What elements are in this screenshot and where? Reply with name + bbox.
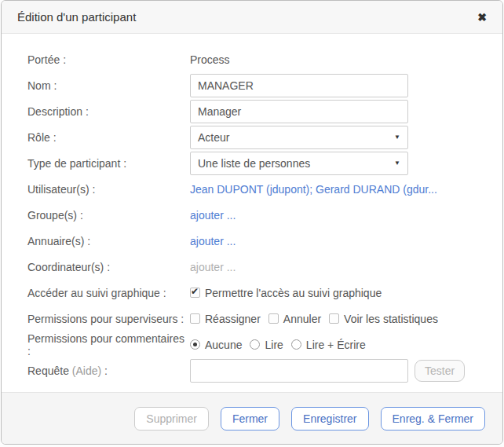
permissions-superviseurs-label: Permissions pour superviseurs : [27,313,190,325]
row-annuaires: Annuaire(s) : ajouter ... [27,228,487,254]
row-type-participant: Type de participant : Une liste de perso… [27,150,487,176]
enregistrer-button[interactable]: Enregistrer [291,407,368,431]
annuler-checkbox-label[interactable]: Annuler [283,313,321,325]
permissions-commentaires-label: Permissions pour commentaires : [27,332,190,357]
suivi-graphique-label: Accéder au suivi graphique : [27,287,190,299]
requete-aide-link[interactable]: (Aide) [72,365,101,377]
lire-radio[interactable] [250,339,260,350]
row-requete: Requête (Aide) : Tester [27,357,487,383]
portee-value: Process [190,53,230,66]
portee-label: Portée : [27,53,190,66]
close-icon[interactable]: ✖ [477,12,487,23]
row-coordinateurs: Coordinateur(s) : ajouter ... [27,254,487,280]
utilisateurs-link[interactable]: Jean DUPONT (jdupont); Gerard DURAND (gd… [190,183,437,196]
aucune-radio[interactable] [190,339,200,350]
lire-ecrire-radio[interactable] [291,339,301,350]
suivi-graphique-checkbox[interactable] [190,288,200,298]
row-utilisateurs: Utilisateur(s) : Jean DUPONT (jdupont); … [27,176,487,202]
reassigner-checkbox[interactable] [190,313,200,324]
role-selected-value: Acteur [198,131,394,144]
row-role: Rôle : Acteur ▼ [27,124,487,150]
groupes-label: Groupe(s) : [27,209,190,222]
dialog-header: Édition d'un participant ✖ [2,1,502,34]
row-permissions-superviseurs: Permissions pour superviseurs : Réassign… [27,306,487,332]
row-suivi-graphique: Accéder au suivi graphique : Permettre l… [27,280,487,306]
type-participant-selected-value: Une liste de personnes [198,157,394,170]
coordinateurs-label: Coordinateur(s) : [27,261,190,273]
row-nom: Nom : [27,72,487,98]
role-select[interactable]: Acteur ▼ [190,126,408,149]
coordinateurs-add-link-disabled: ajouter ... [190,261,236,273]
lire-radio-label[interactable]: Lire [265,339,283,351]
role-label: Rôle : [27,131,190,144]
row-groupes: Groupe(s) : ajouter ... [27,202,487,228]
aucune-radio-label[interactable]: Aucune [205,339,242,351]
suivi-graphique-checkbox-label[interactable]: Permettre l'accès au suivi graphique [205,287,382,299]
chevron-down-icon: ▼ [394,159,400,167]
row-description: Description : [27,98,487,124]
voir-statistiques-checkbox-label[interactable]: Voir les statistiques [344,313,438,325]
enreg-fermer-button[interactable]: Enreg. & Fermer [381,407,485,431]
utilisateurs-label: Utilisateur(s) : [27,183,190,196]
description-label: Description : [27,105,190,118]
fermer-button[interactable]: Fermer [221,407,279,431]
requete-label-main: Requête [27,365,72,377]
requete-label-suffix: : [101,365,108,377]
requete-label: Requête (Aide) : [27,365,190,377]
nom-input[interactable] [190,74,408,97]
annuaires-add-link[interactable]: ajouter ... [190,235,236,247]
voir-statistiques-checkbox[interactable] [329,313,339,324]
description-input[interactable] [190,100,408,123]
annuaires-label: Annuaire(s) : [27,235,190,247]
nom-label: Nom : [27,79,190,92]
dialog-title: Édition d'un participant [17,10,136,24]
type-participant-select[interactable]: Une liste de personnes ▼ [190,152,408,175]
supprimer-button[interactable]: Supprimer [134,407,209,431]
row-permissions-commentaires: Permissions pour commentaires : Aucune L… [27,332,487,357]
lire-ecrire-radio-label[interactable]: Lire + Écrire [306,339,366,351]
groupes-add-link[interactable]: ajouter ... [190,209,236,222]
reassigner-checkbox-label[interactable]: Réassigner [205,313,261,325]
requete-input[interactable] [190,359,408,383]
tester-button[interactable]: Tester [415,360,465,382]
annuler-checkbox[interactable] [268,313,279,324]
dialog-footer: Supprimer Fermer Enregistrer Enreg. & Fe… [2,392,502,444]
type-participant-label: Type de participant : [27,157,190,170]
edit-participant-dialog: Édition d'un participant ✖ Portée : Proc… [1,0,503,445]
dialog-body: Portée : Process Nom : Description : Rôl… [2,34,502,392]
chevron-down-icon: ▼ [394,134,400,141]
row-portee: Portée : Process [27,46,487,72]
